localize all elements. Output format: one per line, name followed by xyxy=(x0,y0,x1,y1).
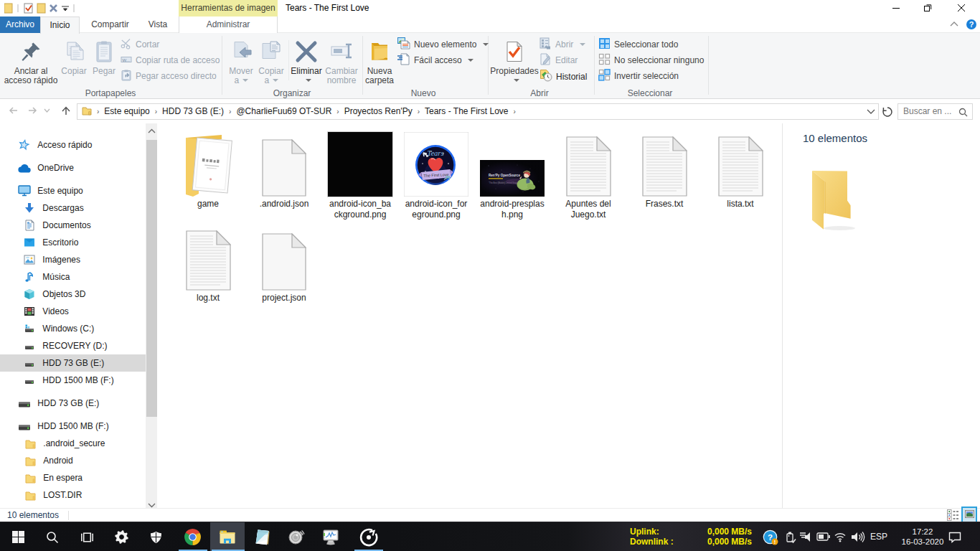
svg-text:?: ? xyxy=(768,533,773,542)
svg-text:Ren'Py OpenSource: Ren'Py OpenSource xyxy=(489,174,520,177)
svg-text:!: ! xyxy=(774,539,776,545)
svg-text:W...: W... xyxy=(123,58,131,62)
svg-text:Tears: Tears xyxy=(428,149,444,157)
svg-text:?: ? xyxy=(969,20,974,29)
